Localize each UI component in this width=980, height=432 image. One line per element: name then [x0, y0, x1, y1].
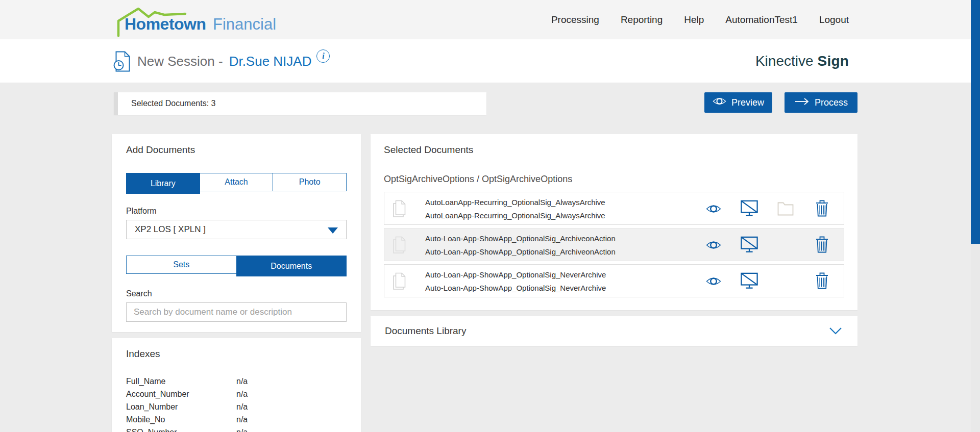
caret-down-icon [328, 227, 338, 234]
documents-library-title: Documents Library [385, 325, 466, 337]
selected-documents-list: AutoLoanApp-Recurring_OptionalSig_Always… [384, 192, 844, 297]
add-documents-tabs: Library Attach Photo [126, 173, 347, 191]
document-name: Auto-Loan-App-ShowApp_OptionalSig_NeverA… [425, 270, 606, 279]
preview-document-eye-icon[interactable] [706, 240, 721, 252]
info-icon[interactable]: i [316, 49, 330, 63]
trash-icon[interactable] [815, 236, 829, 255]
preview-button[interactable]: Preview [704, 92, 772, 113]
nav-item-help[interactable]: Help [684, 14, 704, 26]
nav-item-processing[interactable]: Processing [551, 14, 599, 26]
signature-monitor-icon[interactable] [741, 200, 758, 219]
hometown-financial-logo[interactable]: Hometown Financial [113, 4, 297, 37]
logo-text-light: Financial [213, 15, 276, 33]
platform-select[interactable]: XP2 LOS [ XPLN ] [126, 220, 347, 239]
tab-attach[interactable]: Attach [200, 173, 274, 191]
folder-icon[interactable] [777, 202, 794, 218]
signature-monitor-icon[interactable] [741, 272, 758, 291]
index-row: Mobile_No n/a [126, 413, 347, 426]
document-pages-icon [393, 236, 406, 256]
tab-photo[interactable]: Photo [273, 173, 347, 191]
indexes-list: Full_Name n/a Account_Number n/a Loan_Nu… [126, 375, 347, 432]
document-description: AutoLoanApp-Recurring_OptionalSig_Always… [425, 211, 605, 220]
session-user-link[interactable]: Dr.Sue NIJAD [229, 54, 312, 69]
platform-label: Platform [126, 207, 347, 216]
search-input[interactable] [126, 302, 347, 322]
product-brand: Kinective Sign [755, 39, 849, 83]
index-label: Mobile_No [126, 415, 236, 424]
chevron-down-icon[interactable] [829, 327, 842, 335]
sets-documents-toggle: Sets Documents [126, 256, 347, 274]
nav-links: Processing Reporting Help AutomationTest… [551, 0, 849, 39]
document-name: AutoLoanApp-Recurring_OptionalSig_Always… [425, 198, 605, 207]
platform-select-value: XP2 LOS [ XPLN ] [135, 224, 206, 235]
document-group-title: OptSigArchiveOptions / OptSigArchiveOpti… [384, 174, 844, 185]
search-label: Search [126, 289, 347, 298]
index-value: n/a [236, 415, 248, 424]
product-name: Kinective [755, 53, 814, 69]
scrollbar-thumb[interactable] [971, 0, 980, 244]
session-document-clock-icon [113, 51, 130, 72]
index-row: Loan_Number n/a [126, 400, 347, 413]
index-value: n/a [236, 402, 248, 412]
index-row: SSO_Number n/a [126, 426, 347, 432]
logo-text: Hometown Financial [125, 15, 276, 34]
document-description: Auto-Loan-App-ShowApp_OptionalSig_NeverA… [425, 284, 606, 292]
toggle-sets[interactable]: Sets [126, 256, 237, 274]
document-text: AutoLoanApp-Recurring_OptionalSig_Always… [425, 198, 605, 220]
index-value: n/a [236, 390, 248, 399]
session-header: New Session - Dr.Sue NIJAD i [113, 39, 330, 83]
document-row: Auto-Loan-App-ShowApp_OptionalSig_NeverA… [384, 264, 844, 297]
document-text: Auto-Loan-App-ShowApp_OptionalSig_Archiv… [425, 234, 616, 256]
signature-monitor-icon[interactable] [741, 236, 758, 255]
document-name: Auto-Loan-App-ShowApp_OptionalSig_Archiv… [425, 234, 616, 243]
page-header: New Session - Dr.Sue NIJAD i Kinective S… [0, 39, 980, 83]
trash-icon[interactable] [815, 272, 829, 291]
documents-library-panel[interactable]: Documents Library [371, 316, 857, 346]
arrow-right-icon [794, 97, 810, 108]
selected-documents-count-bar: Selected Documents: 3 [114, 92, 486, 115]
toggle-documents[interactable]: Documents [236, 256, 347, 276]
index-row: Account_Number n/a [126, 388, 347, 400]
process-button-label: Process [815, 97, 848, 108]
preview-button-label: Preview [731, 97, 764, 108]
document-pages-icon [393, 200, 406, 219]
product-suffix: Sign [818, 53, 849, 69]
add-documents-panel: Add Documents Library Attach Photo Platf… [112, 134, 361, 332]
top-nav-bar: Hometown Financial Processing Reporting … [0, 0, 980, 39]
selected-documents-panel: Selected Documents OptSigArchiveOptions … [371, 134, 857, 310]
index-label: Loan_Number [126, 402, 236, 412]
preview-document-eye-icon[interactable] [706, 204, 721, 216]
index-value: n/a [236, 377, 248, 386]
process-button[interactable]: Process [785, 92, 857, 113]
main-content: Selected Documents: 3 Preview Process Ad… [0, 83, 980, 432]
add-documents-title: Add Documents [126, 144, 347, 156]
trash-icon[interactable] [815, 200, 829, 219]
document-pages-icon [393, 272, 406, 292]
preview-document-eye-icon[interactable] [706, 276, 721, 288]
selected-documents-count: Selected Documents: 3 [131, 99, 215, 108]
document-row: Auto-Loan-App-ShowApp_OptionalSig_Archiv… [384, 228, 844, 261]
vertical-scrollbar[interactable] [971, 0, 980, 432]
eye-icon [713, 97, 726, 108]
nav-item-user-menu[interactable]: AutomationTest1 [725, 14, 798, 26]
document-text: Auto-Loan-App-ShowApp_OptionalSig_NeverA… [425, 270, 606, 292]
indexes-title: Indexes [126, 348, 347, 360]
logo-text-bold: Hometown [125, 15, 206, 33]
document-row: AutoLoanApp-Recurring_OptionalSig_Always… [384, 192, 844, 225]
document-description: Auto-Loan-App-ShowApp_OptionalSig_Archiv… [425, 247, 616, 256]
index-row: Full_Name n/a [126, 375, 347, 388]
nav-item-logout[interactable]: Logout [819, 14, 849, 26]
index-label: Account_Number [126, 390, 236, 399]
index-label: SSO_Number [126, 428, 236, 432]
selected-documents-title: Selected Documents [384, 144, 844, 156]
indexes-panel: Indexes Full_Name n/a Account_Number n/a… [112, 338, 361, 432]
page-title: New Session - [137, 54, 223, 69]
tab-library[interactable]: Library [126, 173, 200, 194]
index-value: n/a [236, 428, 248, 432]
nav-item-reporting[interactable]: Reporting [621, 14, 663, 26]
index-label: Full_Name [126, 377, 236, 386]
